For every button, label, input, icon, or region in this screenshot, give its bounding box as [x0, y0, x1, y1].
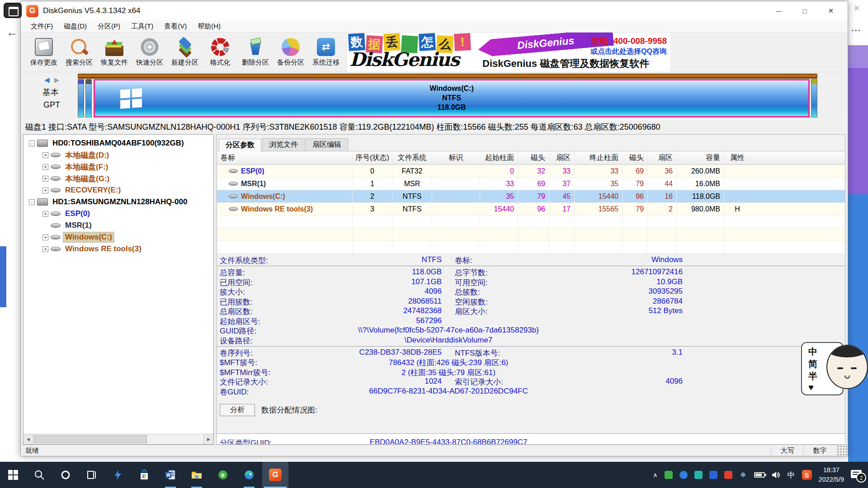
expand-toggle-icon[interactable]: - [29, 199, 35, 205]
detail-tab[interactable]: 浏览文件 [262, 138, 305, 151]
save-changes-button[interactable]: 保存更改 [26, 33, 61, 71]
expand-toggle-icon[interactable]: + [42, 164, 48, 170]
scrollbar-thumb[interactable] [34, 435, 147, 443]
menu-item[interactable]: 帮助(H) [192, 20, 226, 32]
microsoft-store-icon[interactable] [131, 462, 157, 488]
word-icon[interactable]: W [157, 462, 184, 488]
analyze-button[interactable]: 分析 [220, 404, 255, 416]
ime-char-zhong[interactable]: 中 [808, 346, 817, 358]
recover-files-button[interactable]: 恢复文件 [97, 33, 132, 71]
expand-toggle-icon[interactable]: + [42, 152, 48, 158]
tray-antivirus-icon[interactable] [665, 471, 673, 479]
start-button[interactable] [0, 462, 26, 488]
delete-partition-button[interactable]: 删除分区 [238, 33, 273, 71]
app-logo-icon [26, 5, 38, 17]
ime-char-ban[interactable]: 半 [808, 370, 817, 382]
sogou-ime-icon[interactable]: S [802, 470, 812, 480]
partition-nav-arrows: ◀ ▶ [44, 76, 59, 84]
ime-language-indicator[interactable]: 中 [788, 470, 795, 480]
tree-item[interactable]: + RECOVERY(E:) [24, 184, 213, 196]
diskgenius-taskbar-icon[interactable] [262, 462, 288, 488]
floating-window-icon[interactable] [4, 3, 22, 18]
nav-left-icon[interactable]: ◀ [44, 76, 50, 84]
tree-item[interactable]: - HD1:SAMSUNGMZNLN128HAHQ-000 [24, 196, 213, 208]
hidden-icons-chevron[interactable]: ∧ [653, 471, 657, 479]
table-row[interactable] [217, 228, 845, 241]
maximize-button[interactable]: □ [792, 1, 818, 20]
cell-filesystem: NTFS [392, 203, 432, 215]
close-button[interactable]: ✕ [818, 1, 844, 20]
tree-item[interactable]: + Windows(C:) [24, 231, 213, 243]
tree-item[interactable]: + 本地磁盘(D:) [24, 149, 213, 161]
table-row[interactable]: Windows RE tools(3) 3 NTFS 15440 96 17 1… [217, 203, 845, 216]
tray-snowflake-icon[interactable]: ❄ [739, 471, 747, 479]
tree-item[interactable]: + ESP(0) [24, 208, 213, 220]
browser-360-icon[interactable]: e [210, 462, 236, 488]
file-explorer-icon[interactable] [184, 462, 210, 488]
taskbar-search-icon[interactable] [26, 462, 52, 488]
toolbar-button-label: 搜索分区 [66, 58, 93, 67]
expand-toggle-icon[interactable]: + [42, 176, 48, 182]
pinned-app-lightning-icon[interactable] [105, 462, 131, 488]
partition-block-esp[interactable] [78, 79, 84, 117]
scroll-right-icon[interactable]: ► [203, 434, 213, 444]
tray-download-icon[interactable] [724, 471, 732, 479]
backup-partition-button[interactable]: 备份分区 [273, 33, 308, 71]
expand-toggle-icon[interactable]: + [42, 188, 48, 193]
tree-item[interactable]: + 本地磁盘(F:) [24, 161, 213, 173]
disk-strip[interactable] [78, 74, 817, 79]
expand-toggle-icon[interactable]: + [42, 246, 48, 252]
new-partition-button[interactable]: 新建分区 [167, 33, 203, 71]
partition-block-windows-c[interactable]: Windows(C:) NTFS 118.0GB [94, 79, 810, 117]
tray-notes-icon[interactable] [694, 471, 703, 479]
menu-item[interactable]: 磁盘(D) [58, 20, 92, 32]
menu-item[interactable]: 工具(T) [126, 20, 159, 32]
tree-item[interactable]: + Windows RE tools(3) [24, 243, 213, 255]
ad-banner[interactable]: 数据丢怎么! DiskGenius DiskGenius DiskGenius … [346, 33, 670, 72]
task-view-icon[interactable] [79, 462, 105, 488]
battery-icon[interactable] [754, 472, 765, 478]
scroll-left-icon[interactable]: ◄ [24, 434, 33, 444]
menu-item[interactable]: 文件(F) [25, 20, 58, 32]
ime-floating-widget[interactable]: 中 简 半 ♥ [801, 342, 868, 396]
quick-partition-button[interactable]: 快速分区 [132, 33, 167, 71]
tree-item[interactable]: + 本地磁盘(G:) [24, 173, 213, 184]
taskbar-clock[interactable]: 18:37 2022/5/9 [819, 465, 844, 484]
status-ready-label: 就绪 [25, 446, 39, 455]
detail-tab[interactable]: 扇区编辑 [306, 138, 348, 151]
volume-icon[interactable] [772, 471, 781, 479]
detail-tab[interactable]: 分区参数 [219, 139, 261, 151]
tray-sync-icon[interactable] [679, 471, 688, 479]
action-center-icon[interactable]: 2 [851, 470, 863, 480]
table-row[interactable] [217, 241, 845, 253]
table-row[interactable]: ESP(0) 0 FAT32 0 32 33 33 69 36 260.0MB [217, 165, 845, 178]
tree-horizontal-scrollbar[interactable]: ◄ ► [24, 434, 213, 444]
table-row[interactable]: MSR(1) 1 MSR 33 69 37 35 79 44 16.0MB [217, 178, 845, 190]
tray-qq-icon[interactable] [709, 471, 717, 479]
ime-char-jian[interactable]: 简 [808, 358, 817, 370]
taskbar: W e ∧ ❄ 中 S 18:37 2022/5/9 2 [0, 462, 868, 488]
tree-item[interactable]: - HD0:TOSHIBAMQ04ABF100(932GB) [24, 137, 213, 149]
nav-right-icon[interactable]: ▶ [54, 76, 60, 84]
partition-block-msr[interactable] [85, 79, 92, 117]
expand-toggle-icon[interactable]: + [42, 235, 48, 240]
cortana-icon[interactable] [52, 462, 79, 488]
edge-icon[interactable] [236, 462, 262, 488]
heart-icon[interactable]: ♥ [808, 382, 814, 393]
system-migration-button[interactable]: 系统迁移 [308, 33, 344, 71]
expand-toggle-icon[interactable]: - [29, 141, 35, 146]
format-button[interactable]: 格式化 [203, 33, 238, 71]
cell-end-head: 96 [623, 190, 648, 202]
tree-item[interactable]: MSR(1) [24, 220, 213, 231]
resize-grip[interactable] [836, 445, 848, 456]
menu-item[interactable]: 分区(P) [92, 20, 126, 32]
table-header: 卷标 序号(状态) 文件系统 标识 起始柱面 磁头 扇区 终止柱面 磁头 扇区 … [217, 151, 845, 165]
minimize-button[interactable]: ─ [765, 1, 792, 20]
table-row[interactable] [217, 216, 845, 228]
ad-qq-link[interactable]: 或点击此处选择QQ咨询 [590, 47, 667, 56]
search-partition-button[interactable]: 搜索分区 [61, 33, 97, 71]
table-row[interactable]: Windows(C:) 2 NTFS 35 79 45 15440 96 16 … [217, 190, 845, 203]
partition-block-re-tools[interactable] [811, 79, 817, 117]
expand-toggle-icon[interactable]: + [42, 211, 48, 217]
menu-item[interactable]: 查看(V) [159, 20, 192, 32]
